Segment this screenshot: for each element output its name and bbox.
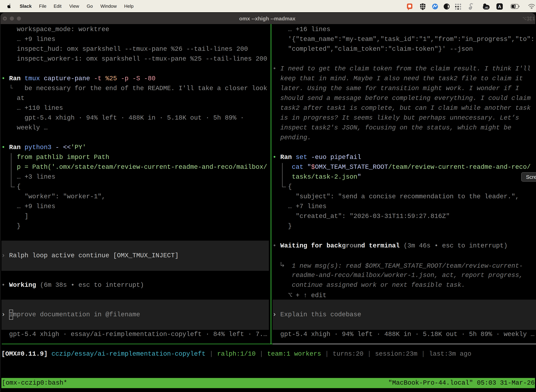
svg-text:A: A xyxy=(498,4,501,9)
svg-text:..61: ..61 xyxy=(484,6,488,9)
